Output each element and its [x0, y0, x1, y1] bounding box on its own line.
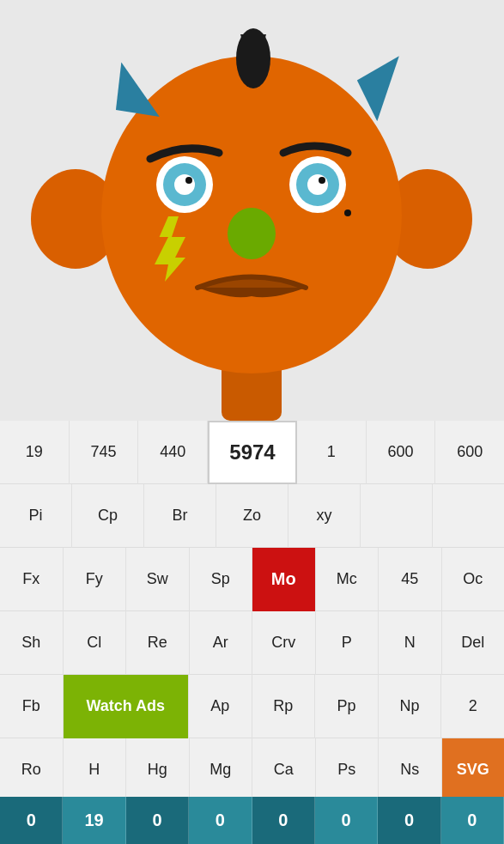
- cell-n[interactable]: N: [379, 611, 442, 675]
- svg-point-15: [307, 174, 328, 195]
- character-area: [0, 0, 504, 421]
- cell-sp[interactable]: Sp: [190, 548, 253, 611]
- bottom-0c[interactable]: 0: [189, 797, 252, 844]
- svg-point-18: [344, 209, 351, 216]
- cell-oc[interactable]: Oc: [442, 548, 505, 611]
- cell-ns[interactable]: Ns: [379, 738, 442, 802]
- cell-svg[interactable]: SVG: [442, 738, 505, 802]
- grid-area: 19 745 440 5974 1 600 600 Pi Cp Br Zo xy…: [0, 421, 504, 802]
- cell-pi[interactable]: Pi: [0, 484, 72, 548]
- bottom-0f[interactable]: 0: [378, 797, 440, 844]
- cell-zo[interactable]: Zo: [216, 484, 288, 548]
- bottom-0e[interactable]: 0: [315, 797, 378, 844]
- cell-600a[interactable]: 600: [367, 421, 436, 484]
- cell-ro[interactable]: Ro: [0, 738, 64, 802]
- cell-pp[interactable]: Pp: [315, 675, 379, 738]
- svg-point-16: [319, 177, 325, 184]
- cell-empty2: [433, 484, 504, 548]
- cell-2[interactable]: 2: [441, 675, 504, 738]
- row-numbers: 19 745 440 5974 1 600 600: [0, 421, 504, 484]
- svg-point-11: [174, 174, 195, 195]
- cell-ap[interactable]: Ap: [189, 675, 252, 738]
- cell-1[interactable]: 1: [297, 421, 367, 484]
- cell-br[interactable]: Br: [144, 484, 216, 548]
- bottom-0g[interactable]: 0: [441, 797, 504, 844]
- bottom-0b[interactable]: 0: [126, 797, 189, 844]
- cell-score[interactable]: 5974: [208, 421, 297, 484]
- cell-cp[interactable]: Cp: [72, 484, 144, 548]
- cell-440[interactable]: 440: [138, 421, 208, 484]
- cell-745[interactable]: 745: [70, 421, 139, 484]
- cell-empty1: [361, 484, 433, 548]
- row-ro: Ro H Hg Mg Ca Ps Ns SVG: [0, 738, 504, 802]
- cell-19[interactable]: 19: [0, 421, 70, 484]
- cell-mg[interactable]: Mg: [190, 738, 253, 802]
- cell-sh[interactable]: Sh: [0, 611, 64, 675]
- cell-fx[interactable]: Fx: [0, 548, 64, 611]
- character-svg: [0, 0, 504, 421]
- cell-ca[interactable]: Ca: [252, 738, 316, 802]
- row-pi: Pi Cp Br Zo xy: [0, 484, 504, 548]
- cell-rp[interactable]: Rp: [252, 675, 316, 738]
- cell-ar[interactable]: Ar: [190, 611, 253, 675]
- cell-h[interactable]: H: [64, 738, 127, 802]
- cell-45[interactable]: 45: [379, 548, 442, 611]
- cell-del[interactable]: Del: [442, 611, 505, 675]
- cell-fy[interactable]: Fy: [64, 548, 127, 611]
- bottom-19[interactable]: 19: [63, 797, 125, 844]
- row-sh: Sh Cl Re Ar Crv P N Del: [0, 611, 504, 675]
- bottom-bar: 0 19 0 0 0 0 0 0: [0, 797, 504, 844]
- svg-point-17: [228, 208, 276, 259]
- cell-sw[interactable]: Sw: [126, 548, 190, 611]
- row-fx: Fx Fy Sw Sp Mo Mc 45 Oc: [0, 548, 504, 611]
- bottom-0a[interactable]: 0: [0, 797, 63, 844]
- cell-mo[interactable]: Mo: [252, 548, 316, 611]
- cell-ps[interactable]: Ps: [316, 738, 380, 802]
- cell-xy[interactable]: xy: [288, 484, 361, 548]
- cell-re[interactable]: Re: [126, 611, 190, 675]
- svg-point-6: [236, 28, 270, 88]
- cell-mc[interactable]: Mc: [316, 548, 380, 611]
- svg-point-12: [185, 177, 192, 184]
- bottom-0d[interactable]: 0: [252, 797, 315, 844]
- watch-ads-button[interactable]: Watch Ads: [64, 675, 189, 738]
- cell-np[interactable]: Np: [379, 675, 442, 738]
- cell-600b[interactable]: 600: [435, 421, 504, 484]
- cell-fb[interactable]: Fb: [0, 675, 64, 738]
- cell-hg[interactable]: Hg: [126, 738, 190, 802]
- cell-crv[interactable]: Crv: [252, 611, 316, 675]
- cell-cl[interactable]: Cl: [64, 611, 127, 675]
- cell-p[interactable]: P: [316, 611, 380, 675]
- row-fb: Fb Watch Ads Ap Rp Pp Np 2: [0, 675, 504, 738]
